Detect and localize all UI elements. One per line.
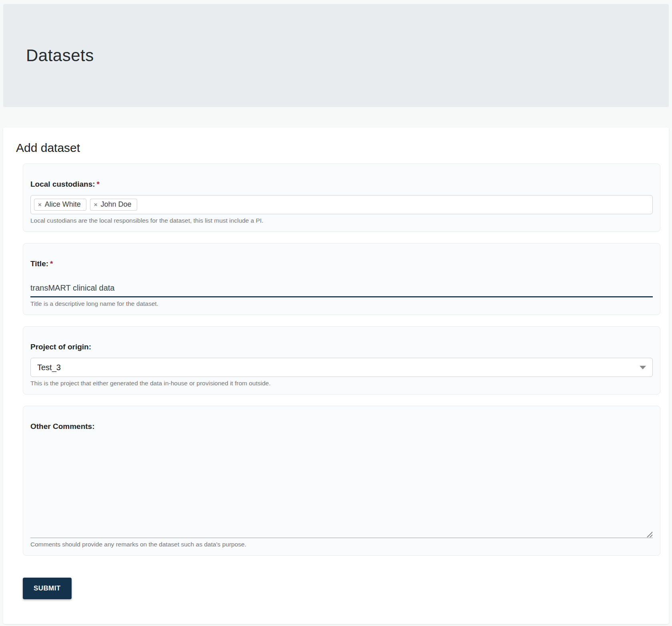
add-dataset-form: Local custodians:* × Alice White × John … [16, 163, 660, 599]
other-comments-textarea[interactable] [30, 437, 653, 538]
form-heading: Add dataset [16, 141, 660, 155]
local-custodians-tag-input[interactable]: × Alice White × John Doe [30, 195, 653, 214]
project-of-origin-select[interactable]: Test_3 [30, 358, 653, 377]
other-comments-wrapper [30, 437, 653, 538]
local-custodians-help: Local custodians are the local responsib… [30, 217, 653, 224]
other-comments-label: Other Comments: [30, 422, 653, 431]
custodian-tag[interactable]: × Alice White [34, 199, 86, 211]
project-of-origin-label-text: Project of origin: [30, 343, 91, 351]
page-title: Datasets [26, 46, 94, 65]
title-input[interactable] [30, 275, 653, 297]
custodian-tag-label: John Doe [101, 200, 132, 209]
custodian-tag[interactable]: × John Doe [90, 199, 137, 211]
required-asterisk: * [97, 180, 100, 188]
project-of-origin-selected-value: Test_3 [37, 363, 61, 372]
field-project-of-origin: Project of origin: Test_3 This is the pr… [23, 326, 660, 395]
required-asterisk: * [50, 259, 53, 268]
project-of-origin-help: This is the project that either generate… [30, 380, 653, 387]
remove-tag-icon[interactable]: × [94, 201, 98, 207]
field-other-comments: Other Comments: Comments should provide … [23, 406, 660, 556]
submit-button[interactable]: SUBMIT [23, 578, 72, 599]
page-header: Datasets [3, 4, 669, 107]
title-label: Title:* [30, 259, 653, 268]
other-comments-help: Comments should provide any remarks on t… [30, 541, 653, 548]
title-help: Title is a descriptive long name for the… [30, 300, 653, 307]
add-dataset-card: Add dataset Local custodians:* × Alice W… [3, 128, 669, 624]
remove-tag-icon[interactable]: × [38, 201, 42, 207]
local-custodians-label: Local custodians:* [30, 180, 653, 189]
project-of-origin-label: Project of origin: [30, 343, 653, 351]
custodian-tag-label: Alice White [45, 200, 81, 209]
field-title: Title:* Title is a descriptive long name… [23, 243, 660, 315]
field-local-custodians: Local custodians:* × Alice White × John … [23, 163, 660, 232]
local-custodians-label-text: Local custodians: [30, 180, 95, 188]
title-label-text: Title: [30, 259, 48, 268]
other-comments-label-text: Other Comments: [30, 422, 94, 431]
chevron-down-icon [640, 366, 646, 369]
